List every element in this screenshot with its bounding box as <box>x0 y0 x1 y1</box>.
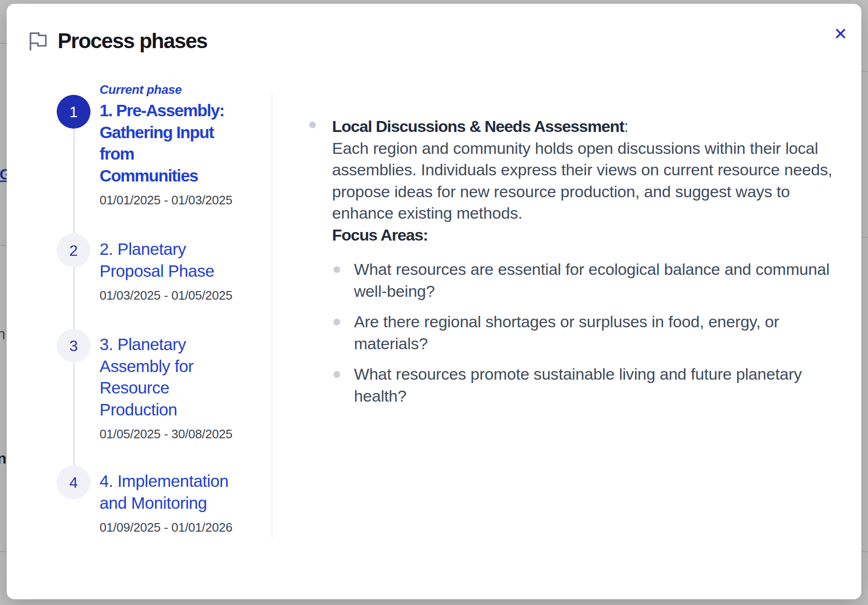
steps-connector-line <box>73 111 75 484</box>
phase-step: 3 3. Planetary Assembly for Resource Pro… <box>57 333 257 441</box>
phase-step-number: 4 <box>57 465 91 499</box>
description-list: Local Discussions & Needs Assessment:Eac… <box>309 116 840 407</box>
bullet-icon <box>333 319 340 325</box>
close-button[interactable] <box>827 20 854 47</box>
focus-area-text: Are there regional shortages or surpluse… <box>354 313 779 353</box>
phase-step-dates: 01/09/2025 - 01/01/2026 <box>100 520 257 534</box>
focus-areas-label: Focus Areas: <box>332 226 428 244</box>
phase-step-dates: 01/03/2025 - 01/05/2025 <box>100 288 257 302</box>
description-item-title: Local Discussions & Needs Assessment <box>332 117 624 135</box>
focus-area-text: What resources are essential for ecologi… <box>354 260 829 300</box>
phase-description: Local Discussions & Needs Assessment:Eac… <box>309 116 840 407</box>
columns-divider <box>272 93 273 537</box>
process-phases-dialog: Process phases 1 Current phase 1. Pre-As… <box>7 4 861 599</box>
focus-areas-list: What resources are essential for ecologi… <box>354 259 840 407</box>
phase-step-number: 1 <box>57 95 91 129</box>
bullet-icon <box>309 121 316 128</box>
phase-step-number: 2 <box>57 233 91 267</box>
phase-stepper: 1 Current phase 1. Pre-Assembly: Gatheri… <box>57 82 257 534</box>
phase-step-title-link[interactable]: 1. Pre-Assembly: Gathering Input from Co… <box>100 100 257 186</box>
phase-step-number: 3 <box>57 329 91 363</box>
current-phase-label: Current phase <box>100 82 257 98</box>
phase-step-dates: 01/05/2025 - 30/08/2025 <box>100 427 257 441</box>
phase-step-title-link[interactable]: 3. Planetary Assembly for Resource Produ… <box>100 333 257 420</box>
bullet-icon <box>333 371 340 378</box>
focus-areas: What resources are essential for ecologi… <box>332 259 840 407</box>
focus-area-item: Are there regional shortages or surpluse… <box>354 311 840 354</box>
focus-area-item: What resources are essential for ecologi… <box>354 259 840 302</box>
bullet-icon <box>333 266 340 273</box>
phase-step: 1 Current phase 1. Pre-Assembly: Gatheri… <box>57 82 257 207</box>
description-item-body: Each region and community holds open dis… <box>332 138 840 224</box>
dialog-title: Process phases <box>58 30 207 51</box>
phase-step-dates: 01/01/2025 - 01/03/2025 <box>100 193 257 207</box>
flag-icon <box>30 32 47 50</box>
description-item: Local Discussions & Needs Assessment:Eac… <box>309 116 840 407</box>
phase-step: 2 2. Planetary Proposal Phase 01/03/2025… <box>57 238 257 302</box>
close-icon <box>836 29 846 39</box>
description-item-colon: : <box>624 117 628 135</box>
focus-area-text: What resources promote sustainable livin… <box>354 365 802 405</box>
focus-area-item: What resources promote sustainable livin… <box>354 363 840 407</box>
phase-step: 4 4. Implementation and Monitoring 01/09… <box>57 470 257 534</box>
phase-step-title-link[interactable]: 4. Implementation and Monitoring <box>100 470 257 514</box>
phase-step-title-link[interactable]: 2. Planetary Proposal Phase <box>100 238 257 282</box>
description-paragraph: Local Discussions & Needs Assessment:Eac… <box>332 116 840 246</box>
